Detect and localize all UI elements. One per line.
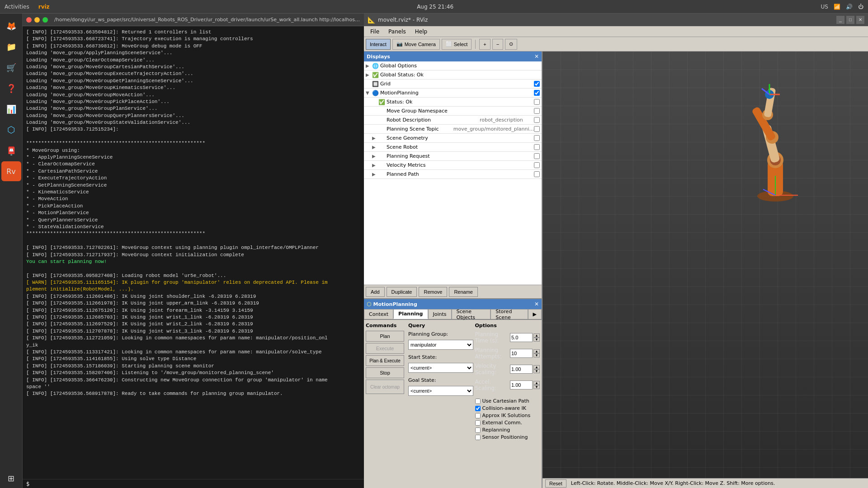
mp-tab-more[interactable]: ▶ <box>528 309 542 319</box>
sidebar-icon-stamp[interactable]: 📮 <box>1 141 21 160</box>
rviz-close-btn[interactable]: ✕ <box>856 16 864 24</box>
tree-item[interactable]: Planning Scene Topicmove_group/monitored… <box>364 125 542 134</box>
activities-label[interactable]: Activities <box>5 4 29 10</box>
tree-item-checkbox[interactable] <box>534 99 540 105</box>
planning-attempts-up[interactable]: ▲ <box>533 349 540 353</box>
tree-item[interactable]: ▶Velocity Metrics <box>364 161 542 170</box>
sidebar-icon-help[interactable]: ❓ <box>1 78 21 98</box>
tree-item-checkbox[interactable] <box>534 81 540 87</box>
sidebar-icon-firefox[interactable]: 🦊 <box>1 16 21 36</box>
menu-help[interactable]: Help <box>410 26 432 37</box>
plan-btn[interactable]: Plan <box>366 331 404 342</box>
sidebar-icon-monitor[interactable]: 📊 <box>1 99 21 119</box>
tree-item[interactable]: Move Group Namespace <box>364 107 542 116</box>
tree-item-checkbox[interactable] <box>534 171 540 177</box>
mp-tab-planning[interactable]: Planning <box>393 309 428 319</box>
planning-attempts-input[interactable]: 10 <box>510 349 533 358</box>
velocity-scaling-spinner: 1.00 ▲ ▼ <box>510 365 540 374</box>
displays-remove-btn[interactable]: Remove <box>419 287 447 297</box>
use-cartesian-checkbox[interactable] <box>475 399 481 404</box>
terminal-min-btn[interactable] <box>34 17 40 23</box>
start-state-select[interactable]: <current> <box>408 363 473 373</box>
goal-state-select[interactable]: <current> <box>408 386 473 396</box>
toolbar-camera2-btn[interactable]: ⊙ <box>505 39 517 50</box>
displays-duplicate-btn[interactable]: Duplicate <box>387 287 417 297</box>
sidebar-icon-apps[interactable]: ⊞ <box>1 468 21 488</box>
toolbar-interact-btn[interactable]: Interact <box>366 39 391 50</box>
sidebar-icon-rviz[interactable]: Rv <box>1 161 21 181</box>
planning-time-up[interactable]: ▲ <box>533 333 540 338</box>
toolbar-select-btn[interactable]: ⬜ Select <box>442 39 472 50</box>
planning-attempts-down[interactable]: ▼ <box>533 353 540 357</box>
tree-item-checkbox[interactable] <box>534 126 540 132</box>
tree-item[interactable]: ▶Scene Robot <box>364 143 542 152</box>
sidebar-icon-files[interactable]: 📁 <box>1 37 21 56</box>
sidebar-icon-vscode[interactable]: ⬡ <box>1 120 21 140</box>
accel-scaling-input[interactable]: 1.00 <box>510 380 533 389</box>
approx-ik-checkbox[interactable] <box>475 413 481 418</box>
tree-item-checkbox[interactable] <box>534 117 540 123</box>
terminal-line: [ INFO] [1724593533.668739812]: MoveGrou… <box>26 43 360 50</box>
tree-item[interactable]: ✅Status: Ok <box>364 98 542 107</box>
sidebar-icon-store[interactable]: 🛒 <box>1 57 21 77</box>
terminal-line: Loading 'move_group/MoveGroupPickPlaceAc… <box>26 99 360 105</box>
velocity-scaling-down[interactable]: ▼ <box>533 369 540 373</box>
terminal-line: [ INFO] [1724593535.112707878]: IK Using… <box>26 328 360 335</box>
replanning-checkbox[interactable] <box>475 427 481 433</box>
rviz-min-btn[interactable]: _ <box>836 16 844 24</box>
toolbar-plus-btn[interactable]: + <box>479 39 490 50</box>
menu-file[interactable]: File <box>366 26 384 37</box>
mp-close[interactable]: ✕ <box>534 301 539 307</box>
displays-tree[interactable]: ▶🌐Global Options▶✅Global Status: Ok🔲Grid… <box>364 61 542 285</box>
displays-add-btn[interactable]: Add <box>366 287 385 297</box>
tree-item-checkbox[interactable] <box>534 108 540 114</box>
terminal-content[interactable]: [ INFO] [1724593533.663504812]: Returned… <box>23 26 364 479</box>
tree-item[interactable]: 🔲Grid <box>364 80 542 89</box>
clear-octomap-btn[interactable]: Clear octomap <box>366 380 404 394</box>
external-comm-label: External Comm. <box>482 420 522 426</box>
mp-tab-joints[interactable]: Joints <box>428 309 452 319</box>
planning-time-down[interactable]: ▼ <box>533 338 540 342</box>
tree-item-checkbox[interactable] <box>534 135 540 141</box>
stop-btn[interactable]: Stop <box>366 367 404 378</box>
planning-time-input[interactable]: 5.0 <box>510 333 533 342</box>
3d-viewport[interactable]: CSDN @EAI-Robotics 31 fps Reset Left-Cli… <box>542 52 868 488</box>
displays-close[interactable]: ✕ <box>534 53 539 60</box>
plan-execute-btn[interactable]: Plan & Execute <box>366 355 404 366</box>
tree-item[interactable]: ▶Planning Request <box>364 152 542 161</box>
accel-scaling-down[interactable]: ▼ <box>533 385 540 389</box>
external-comm-checkbox[interactable] <box>475 420 481 426</box>
accel-scaling-up[interactable]: ▲ <box>533 381 540 385</box>
tree-item-checkbox[interactable] <box>534 153 540 159</box>
tree-item-checkbox[interactable] <box>534 162 540 168</box>
mp-tab-scene-objects[interactable]: Scene Objects <box>452 309 491 319</box>
tree-item-label: Planning Scene Topic <box>387 126 453 132</box>
mp-tab-context[interactable]: Context <box>364 309 393 319</box>
terminal-close-btn[interactable] <box>26 17 32 23</box>
collision-ik-checkbox[interactable] <box>475 406 481 411</box>
velocity-scaling-up[interactable]: ▲ <box>533 365 540 369</box>
tree-item[interactable]: ▶Planned Path <box>364 170 542 179</box>
planning-attempts-spinner: 10 ▲ ▼ <box>510 349 540 358</box>
execute-btn[interactable]: Execute <box>366 343 404 354</box>
tree-item[interactable]: ▼🔵MotionPlanning <box>364 89 542 98</box>
sensor-positioning-checkbox[interactable] <box>475 435 481 440</box>
tree-item[interactable]: ▶🌐Global Options <box>364 61 542 70</box>
tree-item-checkbox[interactable] <box>534 90 540 96</box>
rviz-max-btn[interactable]: □ <box>846 16 854 24</box>
menu-panels[interactable]: Panels <box>384 26 410 37</box>
toolbar-move-camera-btn[interactable]: 📷 Move Camera <box>392 39 440 50</box>
tree-item[interactable]: ▶Scene Geometry <box>364 134 542 143</box>
mp-tab-stored-scene[interactable]: Stored Scene <box>491 309 528 319</box>
toolbar-minus-btn[interactable]: − <box>492 39 503 50</box>
tree-item[interactable]: Robot Descriptionrobot_description <box>364 116 542 125</box>
tree-item[interactable]: ▶✅Global Status: Ok <box>364 70 542 80</box>
velocity-scaling-input[interactable]: 1.00 <box>510 365 533 374</box>
planning-group-select[interactable]: manipulator <box>408 340 473 350</box>
tree-item-label: Scene Geometry <box>387 135 534 141</box>
tree-item-checkbox[interactable] <box>534 144 540 150</box>
terminal-line: y_ik <box>26 342 360 349</box>
terminal-max-btn[interactable] <box>42 17 48 23</box>
reset-btn[interactable]: Reset <box>545 479 566 488</box>
displays-rename-btn[interactable]: Rename <box>449 287 478 297</box>
